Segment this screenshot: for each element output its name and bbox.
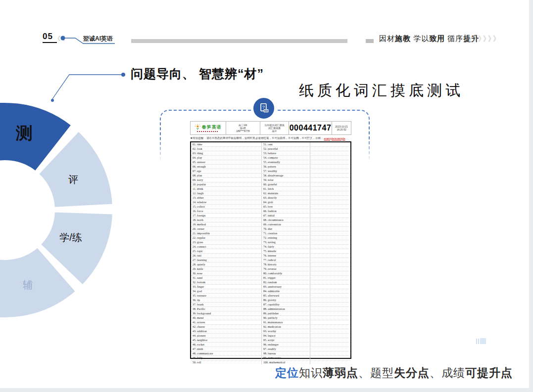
- footer-segment: 知识: [299, 366, 323, 379]
- word-cell-right: 70. diet: [261, 227, 310, 231]
- word-row: 42. cheese92. medication: [191, 324, 350, 329]
- word-cell-empty: [310, 311, 350, 315]
- word-cell-right: 53. behave: [261, 151, 310, 155]
- footer-segment: 、成绩: [430, 366, 465, 379]
- word-row: 03. thing53. behave: [191, 151, 350, 155]
- word-row: 29. knife79. reverse: [191, 266, 350, 271]
- word-cell-empty: [310, 329, 350, 333]
- word-cell-left: 27. learning: [191, 258, 261, 262]
- word-cell-empty: [310, 209, 350, 213]
- sun-sprout-logo-icon: [194, 124, 201, 131]
- word-cell-right: 81. trigger: [261, 276, 310, 280]
- word-row: 12. laugh62. maintain: [191, 191, 350, 195]
- word-cell-empty: [310, 240, 350, 244]
- footer-segment: 可提升点: [465, 366, 513, 379]
- wheel-segment-label: 测: [15, 124, 33, 142]
- info-line: 189****8778: [236, 130, 249, 132]
- test-paper: 春笋英语 高三1班张x然189****8778 分印批次词汇摸底词汇摸底卷高中 …: [190, 121, 351, 359]
- word-cell-empty: [310, 258, 350, 262]
- word-cell-right: 52. peaceful: [261, 147, 310, 151]
- footer-segment: 失分点: [394, 366, 430, 379]
- word-cell-left: 44. pioneer: [191, 334, 261, 338]
- word-cell-right: 100. mathematical: [261, 360, 310, 364]
- word-cell-left: 16. force: [191, 209, 261, 213]
- word-cell-left: 40. mend: [191, 316, 261, 320]
- word-cell-right: 83. anniversary: [261, 285, 310, 289]
- word-cell-left: 23. grass: [191, 240, 261, 244]
- word-cell-left: 25. topic: [191, 249, 261, 253]
- word-cell-empty: [310, 334, 350, 338]
- word-cell-left: 02. look: [191, 147, 261, 151]
- word-cell-empty: [310, 276, 350, 280]
- word-cell-left: 12. laugh: [191, 191, 261, 195]
- slide-edge-bottom: [0, 388, 533, 392]
- word-cell-left: 10. popular: [191, 182, 261, 186]
- word-row: 01. time51. cent: [191, 142, 350, 146]
- word-cell-empty: [310, 191, 350, 195]
- word-cell-right: 68. circumstance: [261, 218, 310, 222]
- word-cell-left: 06. enough: [191, 165, 261, 169]
- word-row: 09. sorry59. solar: [191, 177, 350, 182]
- watermark-bar: [478, 339, 479, 344]
- word-cell-left: 08. plan: [191, 174, 261, 177]
- wheel-diagram: 测评学/练辅: [0, 93, 115, 324]
- word-cell-right: 89. publisher: [261, 311, 310, 315]
- word-cell-left: 37. brush: [191, 303, 261, 306]
- word-cell-right: 63. directly: [261, 196, 310, 200]
- paper-test-icon: ?: [251, 96, 276, 121]
- word-row: 22. regular72. existing: [191, 235, 350, 240]
- word-cell-left: 03. thing: [191, 151, 261, 155]
- word-cell-right: 76. intense: [261, 254, 310, 258]
- word-cell-left: 01. time: [191, 142, 261, 146]
- word-cell-left: 24. connect: [191, 245, 261, 249]
- word-cell-right: 54. compete: [261, 156, 310, 160]
- word-cell-empty: [310, 165, 350, 169]
- word-cell-empty: [310, 294, 350, 298]
- word-cell-right: 58. disadvantage: [261, 174, 310, 177]
- word-cell-empty: [310, 160, 350, 164]
- word-cell-empty: [310, 356, 350, 360]
- word-cell-left: 46. rocket: [191, 343, 261, 347]
- word-cell-left: 07. age: [191, 169, 261, 173]
- word-row: 31. sand81. trigger: [191, 275, 350, 280]
- word-cell-empty: [310, 289, 350, 293]
- paper-logo-subtext: [197, 131, 219, 132]
- footer-segment: 、题型: [358, 366, 394, 379]
- slogan-part: 学以: [411, 34, 429, 43]
- word-cell-right: 77. radical: [261, 258, 310, 262]
- word-cell-empty: [310, 196, 350, 200]
- word-cell-empty: [310, 316, 350, 320]
- word-row: 04. play54. compete: [191, 155, 350, 160]
- word-cell-empty: [310, 254, 350, 258]
- word-cell-empty: [310, 236, 350, 240]
- word-cell-left: 50. roll: [191, 360, 261, 364]
- slide-edge-right: [529, 0, 533, 392]
- word-cell-left: 42. cheese: [191, 325, 261, 329]
- word-cell-right: 95. script: [261, 338, 310, 342]
- info-line: 高中: [272, 130, 277, 132]
- header-divider-bar: [131, 39, 347, 43]
- word-cell-right: 51. cent: [261, 142, 310, 146]
- word-cell-right: 74. fairly: [261, 245, 310, 249]
- word-cell-empty: [310, 142, 350, 146]
- word-row: 48. communicate98. bureau: [191, 351, 350, 355]
- word-cell-empty: [310, 320, 350, 324]
- info-line: 16:20:52: [337, 128, 346, 131]
- word-row: 17. foreign67. initial: [191, 213, 350, 218]
- word-row: 43. addition93. worthy: [191, 329, 350, 333]
- word-cell-empty: [310, 307, 350, 311]
- word-cell-empty: [310, 218, 350, 222]
- word-row: 36. tip86. gravity: [191, 298, 350, 302]
- word-cell-empty: [310, 360, 350, 364]
- word-cell-left: 13. either: [191, 196, 261, 200]
- word-cell-left: 45. neighbor: [191, 338, 261, 342]
- word-cell-left: 15. collect: [191, 205, 261, 209]
- word-row: 24. connect74. fairly: [191, 244, 350, 249]
- word-row: 18. north68. circumstance: [191, 218, 350, 222]
- word-cell-empty: [310, 178, 350, 182]
- word-cell-left: 39. background: [191, 311, 261, 315]
- word-cell-empty: [310, 351, 350, 355]
- word-cell-empty: [310, 222, 350, 226]
- slide: 05 《《 翌诚AI英语 因材施教 学以致用 循序提升 》》》》》》 测评学/练…: [0, 0, 533, 392]
- word-cell-left: 38. Pacific: [191, 307, 261, 311]
